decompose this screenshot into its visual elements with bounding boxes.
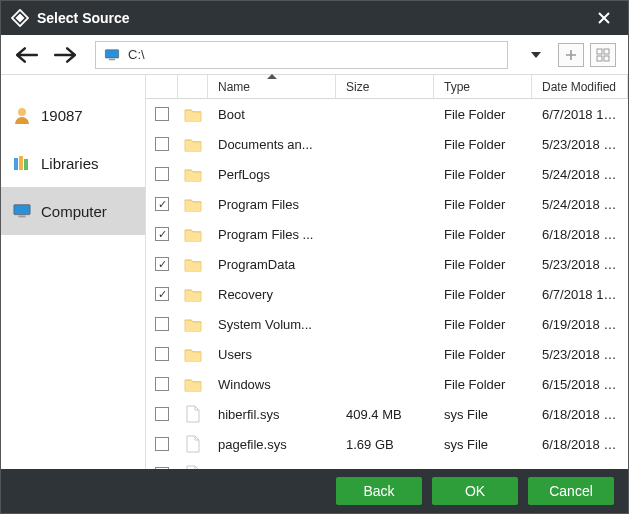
column-header-size[interactable]: Size xyxy=(336,75,434,98)
cell-date: 6/18/2018 10:2... xyxy=(532,407,628,422)
close-icon xyxy=(597,11,611,25)
row-checkbox[interactable] xyxy=(155,347,169,361)
column-header-checkbox[interactable] xyxy=(146,75,178,98)
svg-rect-10 xyxy=(597,56,602,61)
svg-rect-9 xyxy=(604,49,609,54)
monitor-icon xyxy=(104,49,120,61)
row-checkbox[interactable] xyxy=(155,107,169,121)
cell-name: Documents an... xyxy=(208,137,336,152)
file-icon xyxy=(186,405,200,423)
row-checkbox[interactable] xyxy=(155,227,169,241)
chevron-down-icon xyxy=(531,52,541,58)
grid-icon xyxy=(596,48,610,62)
libraries-icon xyxy=(13,154,31,172)
column-header-date[interactable]: Date Modified xyxy=(532,75,628,98)
cancel-button[interactable]: Cancel xyxy=(528,477,614,505)
app-icon xyxy=(11,9,29,27)
row-checkbox[interactable] xyxy=(155,317,169,331)
folder-icon xyxy=(184,287,202,302)
cell-type: File Folder xyxy=(434,227,532,242)
path-dropdown-button[interactable] xyxy=(524,52,548,58)
table-row[interactable]: Program Files ...File Folder6/18/2018 10… xyxy=(146,219,628,249)
monitor-icon xyxy=(13,202,31,220)
row-checkbox[interactable] xyxy=(155,137,169,151)
dialog-title: Select Source xyxy=(37,10,130,26)
cell-name: PerfLogs xyxy=(208,167,336,182)
table-row[interactable]: Documents an...File Folder5/23/2018 2:47… xyxy=(146,129,628,159)
table-row[interactable]: hiberfil.sys409.4 MBsys File6/18/2018 10… xyxy=(146,399,628,429)
cell-name: Program Files ... xyxy=(208,227,336,242)
user-icon xyxy=(13,106,31,124)
row-checkbox[interactable] xyxy=(155,407,169,421)
table-row[interactable]: pagefile.sys1.69 GBsys File6/18/2018 10:… xyxy=(146,429,628,459)
folder-icon xyxy=(184,167,202,182)
folder-icon xyxy=(184,197,202,212)
row-checkbox[interactable] xyxy=(155,437,169,451)
cell-type: File Folder xyxy=(434,287,532,302)
cell-type: File Folder xyxy=(434,167,532,182)
cell-name: Windows xyxy=(208,377,336,392)
path-input[interactable]: C:\ xyxy=(95,41,508,69)
row-checkbox[interactable] xyxy=(155,377,169,391)
file-list-header: Name Size Type Date Modified xyxy=(146,75,628,99)
cell-date: 6/7/2018 1:20 AM xyxy=(532,287,628,302)
cell-type: sys File xyxy=(434,407,532,422)
cell-type: File Folder xyxy=(434,197,532,212)
table-row[interactable]: System Volum...File Folder6/19/2018 1:10… xyxy=(146,309,628,339)
cell-type: File Folder xyxy=(434,317,532,332)
plus-icon xyxy=(565,49,577,61)
table-row[interactable]: RecoveryFile Folder6/7/2018 1:20 AM xyxy=(146,279,628,309)
cell-date: 6/18/2018 10:2... xyxy=(532,437,628,452)
column-header-type[interactable]: Type xyxy=(434,75,532,98)
table-row[interactable]: WindowsFile Folder6/15/2018 12:5... xyxy=(146,369,628,399)
table-row[interactable]: UsersFile Folder5/23/2018 11:5... xyxy=(146,339,628,369)
cell-type: File Folder xyxy=(434,107,532,122)
table-row[interactable]: Program FilesFile Folder5/24/2018 12:3..… xyxy=(146,189,628,219)
cell-name: hiberfil.sys xyxy=(208,407,336,422)
cell-size: 409.4 MB xyxy=(336,407,434,422)
sidebar-item-computer[interactable]: Computer xyxy=(1,187,145,235)
row-checkbox[interactable] xyxy=(155,287,169,301)
folder-icon xyxy=(184,377,202,392)
table-row[interactable]: ProgramDataFile Folder5/23/2018 12:1... xyxy=(146,249,628,279)
row-checkbox[interactable] xyxy=(155,257,169,271)
row-checkbox[interactable] xyxy=(155,167,169,181)
sidebar: 19087 Libraries Computer xyxy=(1,75,146,469)
back-nav-button[interactable] xyxy=(13,41,41,69)
sidebar-item-user[interactable]: 19087 xyxy=(1,91,145,139)
cell-type: File Folder xyxy=(434,257,532,272)
cell-name: ProgramData xyxy=(208,257,336,272)
cell-type: File Folder xyxy=(434,137,532,152)
file-icon xyxy=(186,465,200,469)
folder-icon xyxy=(184,227,202,242)
cell-date: 5/24/2018 2:10 ... xyxy=(532,167,628,182)
table-row[interactable]: BootFile Folder6/7/2018 1:19 AM xyxy=(146,99,628,129)
sidebar-item-libraries[interactable]: Libraries xyxy=(1,139,145,187)
row-checkbox[interactable] xyxy=(155,197,169,211)
cell-date: 6/18/2018 10:3... xyxy=(532,227,628,242)
table-row[interactable]: PerfLogsFile Folder5/24/2018 2:10 ... xyxy=(146,159,628,189)
close-button[interactable] xyxy=(590,4,618,32)
cell-type: sys File xyxy=(434,437,532,452)
file-panel: Name Size Type Date Modified BootFile Fo… xyxy=(146,75,628,469)
forward-nav-button[interactable] xyxy=(51,41,79,69)
new-folder-button[interactable] xyxy=(558,43,584,67)
file-list[interactable]: BootFile Folder6/7/2018 1:19 AMDocuments… xyxy=(146,99,628,469)
sidebar-item-label: Computer xyxy=(41,203,107,220)
folder-icon xyxy=(184,347,202,362)
cell-date: 5/23/2018 11:5... xyxy=(532,347,628,362)
cell-date: 6/7/2018 1:19 AM xyxy=(532,107,628,122)
ok-button[interactable]: OK xyxy=(432,477,518,505)
sidebar-item-label: 19087 xyxy=(41,107,83,124)
column-header-name[interactable]: Name xyxy=(208,75,336,98)
table-row[interactable] xyxy=(146,459,628,469)
folder-icon xyxy=(184,107,202,122)
view-mode-button[interactable] xyxy=(590,43,616,67)
cell-date: 6/15/2018 12:5... xyxy=(532,377,628,392)
cell-date: 6/19/2018 1:10 ... xyxy=(532,317,628,332)
back-button[interactable]: Back xyxy=(336,477,422,505)
path-text: C:\ xyxy=(128,47,145,62)
row-checkbox[interactable] xyxy=(155,467,169,469)
svg-marker-7 xyxy=(16,14,25,23)
column-header-type-label: Type xyxy=(444,80,470,94)
